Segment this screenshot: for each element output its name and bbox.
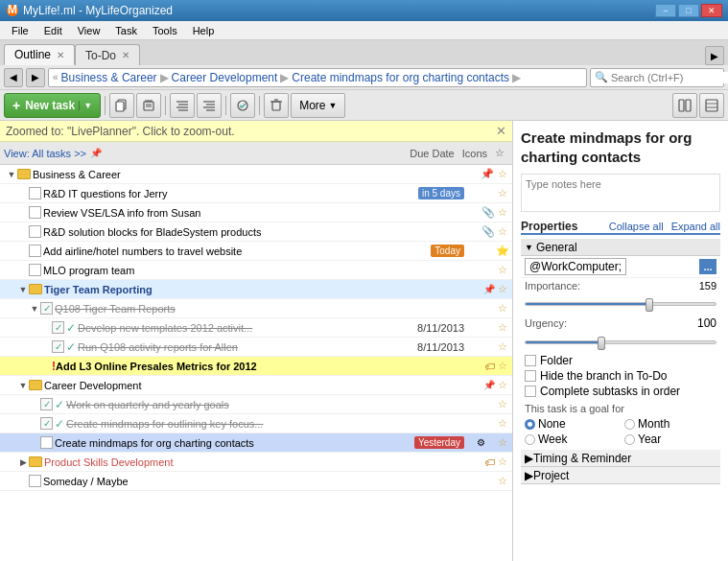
search-input[interactable] — [611, 72, 728, 83]
expand-icon[interactable]: ▼ — [17, 381, 29, 390]
folder-icon — [29, 456, 42, 467]
table-row[interactable]: ✓ Run Q108 activity reports for Allen 8/… — [0, 338, 512, 357]
new-task-button[interactable]: + New task ▼ — [4, 93, 101, 118]
checkmark-button[interactable] — [230, 93, 255, 118]
importance-row: Importance: 159 — [521, 278, 720, 293]
zoom-banner: Zoomed to: "LivePlanner". Click to zoom-… — [0, 121, 512, 142]
task-list[interactable]: ▼ Business & Career 📌 ☆ R&D IT questions… — [0, 165, 512, 561]
table-row[interactable]: ! Add L3 Online Presales Metrics for 201… — [0, 357, 512, 376]
table-row[interactable]: ▼ Q108 Tiger Team Reports ☆ — [0, 299, 512, 318]
task-checkbox[interactable] — [29, 206, 41, 219]
table-row[interactable]: ✓ Work on quarterly and yearly goals ☆ — [0, 395, 512, 414]
task-checkbox[interactable] — [52, 340, 64, 353]
task-checkbox[interactable] — [29, 264, 41, 276]
tab-todo[interactable]: To-Do ✕ — [75, 44, 140, 65]
table-row[interactable]: R&D solution blocks for BladeSystem prod… — [0, 222, 512, 242]
hide-branch-checkbox-row[interactable]: Hide the branch in To-Do — [521, 368, 720, 384]
view-columns-button[interactable] — [672, 93, 697, 118]
goal-none[interactable]: None — [525, 417, 617, 431]
delete-button[interactable] — [264, 93, 289, 118]
folder-checkbox[interactable] — [525, 355, 536, 366]
expand-icon[interactable]: ▼ — [6, 170, 17, 179]
delete-icon — [270, 99, 283, 112]
copy-button[interactable] — [109, 93, 134, 118]
table-row[interactable]: Create mindmaps for org charting contact… — [0, 433, 512, 453]
task-checkbox[interactable] — [29, 475, 41, 487]
view-all-tasks-link[interactable]: View: All tasks >> — [4, 148, 86, 159]
more-button[interactable]: More ▼ — [291, 93, 345, 118]
tab-outline-close[interactable]: ✕ — [57, 50, 64, 60]
radio-month[interactable] — [624, 419, 635, 430]
general-section-header[interactable]: ▼ General — [521, 239, 720, 256]
folder-checkbox-row[interactable]: Folder — [521, 353, 720, 368]
menu-task[interactable]: Task — [107, 23, 145, 38]
new-task-dropdown[interactable]: ▼ — [79, 101, 92, 110]
task-checkbox[interactable] — [29, 245, 41, 257]
table-row[interactable]: Someday / Maybe ☆ — [0, 472, 512, 491]
goal-week[interactable]: Week — [525, 432, 617, 446]
task-checkbox[interactable] — [29, 225, 41, 238]
section-arrow: ▼ — [525, 243, 533, 252]
outdent-button[interactable] — [170, 93, 195, 118]
project-section-header[interactable]: ▶ Project — [521, 467, 720, 484]
zoom-banner-close[interactable]: ✕ — [496, 124, 506, 138]
notes-area[interactable] — [521, 174, 720, 212]
maximize-button[interactable]: □ — [678, 4, 699, 17]
expand-icon[interactable]: ▼ — [29, 304, 40, 314]
task-checkbox[interactable] — [40, 436, 53, 449]
search-box[interactable]: 🔍 — [590, 68, 724, 87]
urgency-slider[interactable] — [521, 334, 720, 351]
menu-view[interactable]: View — [70, 23, 108, 38]
table-row[interactable]: R&D IT questions for Jerry in 5 days ☆ — [0, 184, 512, 203]
table-row[interactable]: ▼ Business & Career 📌 ☆ — [0, 165, 512, 184]
menu-edit[interactable]: Edit — [36, 23, 70, 38]
paste-button[interactable] — [136, 93, 161, 118]
table-row[interactable]: ✓ Create mindmaps for outlining key focu… — [0, 414, 512, 433]
collapse-all-link[interactable]: Collapse all — [609, 221, 664, 232]
table-row[interactable]: ▼ Career Development 📌 ☆ — [0, 376, 512, 395]
radio-year[interactable] — [624, 434, 635, 445]
complete-subtasks-checkbox[interactable] — [525, 386, 536, 397]
indent-button[interactable] — [197, 93, 222, 118]
radio-none[interactable] — [525, 419, 535, 430]
context-tag-button[interactable]: ... — [699, 259, 716, 274]
radio-week[interactable] — [525, 434, 535, 445]
paste-icon — [142, 99, 155, 112]
tab-outline[interactable]: Outline ✕ — [4, 44, 75, 65]
minimize-button[interactable]: − — [655, 4, 676, 17]
close-button[interactable]: ✕ — [701, 4, 722, 17]
menu-file[interactable]: File — [4, 23, 36, 38]
menu-tools[interactable]: Tools — [145, 23, 185, 38]
table-row[interactable]: ▶ Product Skills Development 🏷 ☆ — [0, 453, 512, 472]
table-row[interactable]: ✓ Develop new templates 2012 activit... … — [0, 318, 512, 338]
tab-todo-close[interactable]: ✕ — [122, 50, 129, 60]
view-single-icon — [705, 99, 718, 112]
task-checkbox[interactable] — [40, 302, 53, 315]
table-row[interactable]: Add airline/hotel numbers to travel webs… — [0, 242, 512, 261]
table-row[interactable]: ▼ Tiger Team Reporting 📌 ☆ — [0, 280, 512, 299]
expand-all-link[interactable]: Expand all — [671, 221, 720, 232]
task-checkbox[interactable] — [52, 321, 64, 334]
table-row[interactable]: MLO program team ☆ — [0, 261, 512, 280]
expand-icon[interactable]: ▶ — [17, 457, 29, 467]
expand-icon[interactable]: ▼ — [17, 285, 29, 294]
table-row[interactable]: Review VSE/LSA info from Susan 📎 ☆ — [0, 203, 512, 222]
view-single-button[interactable] — [699, 93, 724, 118]
timing-section-header[interactable]: ▶ Timing & Reminder — [521, 450, 720, 467]
goal-month[interactable]: Month — [624, 417, 716, 431]
goal-year[interactable]: Year — [624, 432, 716, 446]
task-checkbox[interactable] — [40, 398, 53, 410]
nav-forward-button[interactable]: ▶ — [26, 68, 45, 87]
context-tag[interactable]: @WorkComputer; — [525, 258, 626, 275]
breadcrumb-item-1[interactable]: Business & Career — [61, 71, 157, 84]
importance-slider[interactable] — [521, 295, 720, 313]
hide-branch-checkbox[interactable] — [525, 370, 536, 382]
task-checkbox[interactable] — [40, 417, 53, 430]
nav-back-button[interactable]: ◀ — [4, 68, 23, 87]
task-checkbox[interactable] — [29, 187, 41, 199]
breadcrumb-item-2[interactable]: Career Development — [172, 71, 278, 84]
tab-nav-button[interactable]: ▶ — [705, 46, 724, 65]
breadcrumb-item-3[interactable]: Create mindmaps for org charting contact… — [292, 71, 509, 84]
complete-subtasks-checkbox-row[interactable]: Complete subtasks in order — [521, 384, 720, 399]
menu-help[interactable]: Help — [185, 23, 223, 38]
